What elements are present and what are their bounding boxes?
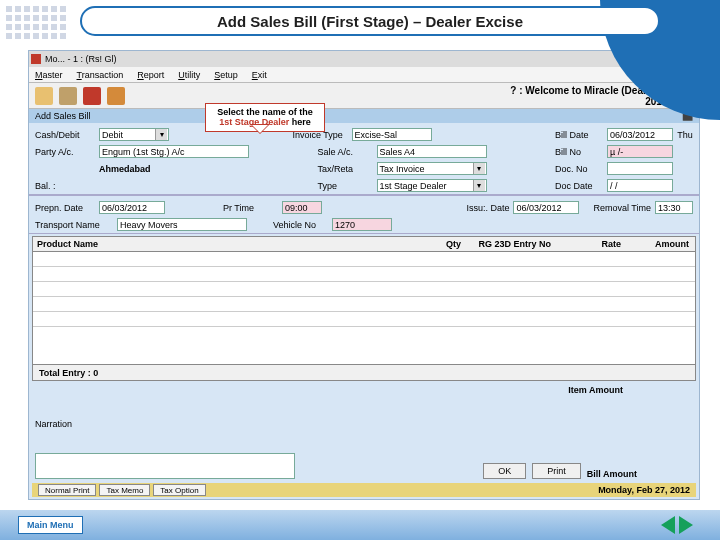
toolbar-icon-2[interactable]: [59, 87, 77, 105]
subheader-title: Add Sales Bill: [35, 111, 91, 121]
toolbar: ? : Welcome to Miracle (Dealer Excise) 2…: [29, 83, 699, 109]
deco-dots: [6, 6, 66, 39]
form-area: Cash/Debit Debit Invoice Type Excise-Sal…: [29, 123, 699, 195]
app-window: Mo... - 1 : (Rs! Gl) — ▭ ✕ Master Transa…: [28, 50, 700, 500]
next-arrow-icon[interactable]: [679, 516, 702, 534]
product-grid: Product Name Qty RG 23D Entry No Rate Am…: [32, 236, 696, 381]
doc-no-field[interactable]: [607, 162, 673, 175]
grid-total: Total Entry : 0: [33, 364, 695, 380]
menu-report[interactable]: Report: [137, 70, 164, 80]
type-select[interactable]: 1st Stage Dealer: [377, 179, 487, 192]
sale-ac-field[interactable]: Sales A4: [377, 145, 487, 158]
menu-transaction[interactable]: Transaction: [77, 70, 124, 80]
bill-amount-label: Bill Amount: [587, 469, 637, 479]
prep-date-field[interactable]: 06/03/2012: [99, 201, 165, 214]
issue-date-field[interactable]: 06/03/2012: [513, 201, 579, 214]
vehicle-field[interactable]: 1270: [332, 218, 392, 231]
table-row[interactable]: [33, 252, 695, 267]
prev-arrow-icon[interactable]: [652, 516, 675, 534]
tax-reta-label: Tax/Reta: [318, 164, 373, 174]
table-row[interactable]: [33, 312, 695, 327]
status-date: Monday, Feb 27, 2012: [598, 485, 690, 495]
transport-field[interactable]: Heavy Movers: [117, 218, 247, 231]
party-field[interactable]: Engum (1st Stg.) A/c: [99, 145, 249, 158]
cash-debit-label: Cash/Debit: [35, 130, 95, 140]
prep-date-label: Prepn. Date: [35, 203, 95, 213]
bill-date-label: Bill Date: [555, 130, 603, 140]
col-product-name: Product Name: [33, 239, 425, 249]
instruction-callout: Select the name of the 1st Stage Dealer …: [205, 103, 325, 132]
print-button[interactable]: Print: [532, 463, 581, 479]
menu-exit[interactable]: Exit: [252, 70, 267, 80]
col-qty: Qty: [425, 239, 465, 249]
slide-bottom-bar: Main Menu: [0, 510, 720, 540]
status-btn-tax-option[interactable]: Tax Option: [153, 484, 205, 496]
transport-label: Transport Name: [35, 220, 113, 230]
below-grid: Item Amount Narration OK Print Bill Amou…: [29, 381, 699, 481]
type-label: Type: [318, 181, 373, 191]
bill-no-label: Bill No: [555, 147, 603, 157]
prep-time-field[interactable]: 09:00: [282, 201, 322, 214]
main-menu-button[interactable]: Main Menu: [18, 516, 83, 534]
table-row[interactable]: [33, 267, 695, 282]
status-btn-tax-memo[interactable]: Tax Memo: [99, 484, 150, 496]
col-rate: Rate: [555, 239, 625, 249]
menu-utility[interactable]: Utility: [178, 70, 200, 80]
removal-time-field[interactable]: 13:30: [655, 201, 693, 214]
menu-setup[interactable]: Setup: [214, 70, 238, 80]
table-row[interactable]: [33, 297, 695, 312]
status-btn-normal-print[interactable]: Normal Print: [38, 484, 96, 496]
ok-button[interactable]: OK: [483, 463, 526, 479]
balance-label: Bal. :: [35, 181, 95, 191]
toolbar-icon-4[interactable]: [107, 87, 125, 105]
cash-debit-select[interactable]: Debit: [99, 128, 169, 141]
tax-reta-select[interactable]: Tax Invoice: [377, 162, 487, 175]
bill-no-field[interactable]: µ /-: [607, 145, 673, 158]
narration-label: Narration: [35, 419, 693, 429]
narration-input[interactable]: [35, 453, 295, 479]
invoice-type-field[interactable]: Excise-Sal: [352, 128, 432, 141]
titlebar: Mo... - 1 : (Rs! Gl) — ▭ ✕: [29, 51, 699, 67]
app-icon: [31, 54, 41, 64]
col-rg: RG 23D Entry No: [465, 239, 555, 249]
doc-no-label: Doc. No: [555, 164, 603, 174]
doc-date-field[interactable]: / /: [607, 179, 673, 192]
party-label: Party A/c.: [35, 147, 95, 157]
bill-date-field[interactable]: 06/03/2012: [607, 128, 673, 141]
form-area-2: Prepn. Date 06/03/2012 Pr Time 09:00 Iss…: [29, 195, 699, 234]
vehicle-label: Vehicle No: [273, 220, 328, 230]
menu-master[interactable]: Master: [35, 70, 63, 80]
issue-date-label: Issu:. Date: [466, 203, 509, 213]
city-value: Ahmedabad: [99, 164, 249, 174]
subheader: Add Sales Bill ⬛: [29, 109, 699, 123]
removal-time-label: Removal Time: [593, 203, 651, 213]
toolbar-icon-3[interactable]: [83, 87, 101, 105]
sale-ac-label: Sale A/c.: [318, 147, 373, 157]
window-title: Mo... - 1 : (Rs! Gl): [45, 54, 117, 64]
item-amount-label: Item Amount: [568, 385, 623, 399]
doc-date-label: Doc Date: [555, 181, 603, 191]
col-amount: Amount: [625, 239, 695, 249]
status-bar: Normal Print Tax Memo Tax Option Monday,…: [32, 483, 696, 497]
prep-time-label: Pr Time: [223, 203, 278, 213]
slide-title: Add Sales Bill (First Stage) – Dealer Ex…: [80, 6, 660, 36]
table-row[interactable]: [33, 282, 695, 297]
menubar: Master Transaction Report Utility Setup …: [29, 67, 699, 83]
toolbar-icon-1[interactable]: [35, 87, 53, 105]
